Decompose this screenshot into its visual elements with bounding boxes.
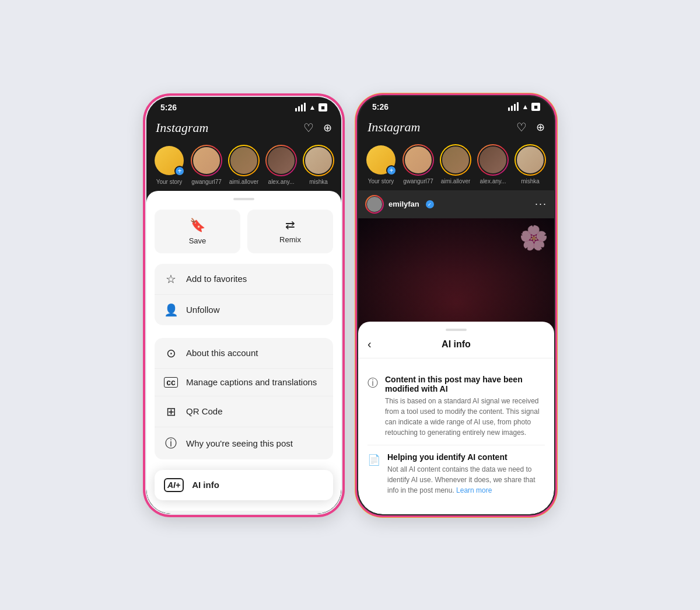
unfollow-item[interactable]: 👤 Unfollow <box>155 295 333 325</box>
post-user-right[interactable]: emilyfan <box>365 195 434 214</box>
menu-card-3: 🚫 Hide ⚠ Report <box>155 511 333 514</box>
story-right-4[interactable]: mishka <box>514 144 546 184</box>
instagram-header-right: Instagram ♡ ⊕ <box>358 115 554 140</box>
ai-panel-item-1: 📄 Helping you identify AI content Not al… <box>368 445 545 503</box>
status-time-right: 5:26 <box>372 102 388 111</box>
instagram-logo-left: Instagram <box>156 120 208 135</box>
menu-section-3: 🚫 Hide ⚠ Report <box>146 508 341 514</box>
about-account-item[interactable]: ⊙ About this account <box>155 338 333 369</box>
remix-button[interactable]: ⇄ Remix <box>247 210 333 253</box>
bottom-sheet-overlay: 🔖 Save ⇄ Remix ☆ <box>146 191 341 514</box>
story-right-label-0: Your story <box>368 178 394 184</box>
post-username-right: emilyfan <box>388 200 419 208</box>
remix-icon: ⇄ <box>285 218 295 232</box>
why-seeing-item[interactable]: ⓘ Why you're seeing this post <box>155 427 333 459</box>
qr-code-item[interactable]: ⊞ QR Code <box>155 396 333 427</box>
story-your-story[interactable]: + Your story <box>153 145 185 185</box>
header-icons-right: ♡ ⊕ <box>516 120 545 134</box>
save-label: Save <box>189 236 206 245</box>
story-right-3[interactable]: alex.any... <box>477 144 509 184</box>
add-favorites-item[interactable]: ☆ Add to favorites <box>155 264 333 295</box>
status-bar-right: 5:26 ▲ ■ <box>358 96 554 115</box>
ai-identify-icon: 📄 <box>368 454 380 496</box>
status-icons-right: ▲ ■ <box>508 102 540 111</box>
hide-item[interactable]: 🚫 Hide <box>155 511 333 514</box>
story-label-1: gwangurl77 <box>191 179 222 185</box>
sheet-handle <box>233 198 254 200</box>
post-area-right: emilyfan ··· 🌸 ‹ AI info <box>358 190 554 514</box>
learn-more-link[interactable]: Learn more <box>456 486 492 494</box>
left-phone: 5:26 ▲ ■ Instagram ♡ ⊕ <box>145 95 343 515</box>
bottom-sheet: 🔖 Save ⇄ Remix ☆ <box>146 191 341 514</box>
save-button[interactable]: 🔖 Save <box>155 210 240 253</box>
story-right-1[interactable]: gwangurl77 <box>402 144 434 184</box>
signal-icon-right <box>508 102 519 111</box>
qr-icon: ⊞ <box>164 405 178 419</box>
ai-panel-body: ⓘ Content in this post may have been mod… <box>358 358 554 503</box>
post-area-left: emilyfan ··· 🌸 🔖 <box>146 191 341 514</box>
unfollow-label: Unfollow <box>186 305 220 315</box>
menu-section-1: ☆ Add to favorites 👤 Unfollow <box>146 262 341 336</box>
ai-info-label: AI info <box>192 480 219 490</box>
about-icon: ⊙ <box>164 346 178 360</box>
instagram-logo-right: Instagram <box>368 120 420 135</box>
star-icon: ☆ <box>164 272 178 286</box>
stories-row-right: + Your story gwangurl77 aimi.allover <box>358 140 554 190</box>
info-icon: ⓘ <box>164 435 178 451</box>
ai-info-highlighted-container: AI+ AI info <box>155 470 333 503</box>
ai-identify-desc: Not all AI content contains the data we … <box>387 464 545 496</box>
heart-icon[interactable]: ♡ <box>303 121 314 135</box>
remix-label: Remix <box>279 235 301 244</box>
story-right-2[interactable]: aimi.allover <box>440 144 471 184</box>
story-label-2: aimi.allover <box>229 179 259 185</box>
ai-modified-icon: ⓘ <box>368 376 378 438</box>
post-header-right: emilyfan ··· <box>358 190 554 218</box>
story-right-label-2: aimi.allover <box>441 178 471 184</box>
status-icons-left: ▲ ■ <box>295 103 327 111</box>
manage-captions-item[interactable]: cc Manage captions and translations <box>155 369 333 396</box>
ai-modified-title: Content in this post may have been modif… <box>385 375 545 393</box>
story-right-label-1: gwangurl77 <box>403 178 433 184</box>
ai-info-icon: AI+ <box>164 478 184 492</box>
story-2[interactable]: aimi.allover <box>228 145 260 185</box>
signal-icon <box>295 103 306 111</box>
messenger-icon[interactable]: ⊕ <box>323 121 332 134</box>
flower-decoration-right: 🌸 <box>519 224 548 252</box>
ai-modified-content: Content in this post may have been modif… <box>385 375 545 438</box>
story-3[interactable]: alex.any... <box>265 145 297 185</box>
instagram-header-left: Instagram ♡ ⊕ <box>146 116 341 140</box>
status-time-left: 5:26 <box>160 103 177 112</box>
ai-info-panel: ‹ AI info ⓘ Content in this post may hav… <box>358 322 554 514</box>
ai-panel-header: ‹ AI info <box>358 337 554 358</box>
battery-icon-right: ■ <box>531 103 540 111</box>
ai-panel-title: AI info <box>368 339 545 350</box>
status-bar-left: 5:26 ▲ ■ <box>146 97 341 116</box>
ai-identify-title: Helping you identify AI content <box>387 452 545 462</box>
action-buttons-row: 🔖 Save ⇄ Remix <box>146 210 341 262</box>
wifi-icon: ▲ <box>309 103 316 111</box>
verified-badge-right <box>426 200 434 208</box>
story-right-label-4: mishka <box>521 178 540 184</box>
add-story-badge-right: + <box>386 165 397 176</box>
menu-section-2: ⊙ About this account cc Manage captions … <box>146 336 341 470</box>
right-phone: 5:26 ▲ ■ Instagram ♡ ⊕ <box>357 95 555 515</box>
captions-icon: cc <box>164 377 178 388</box>
ai-modified-desc: This is based on a standard AI signal we… <box>385 396 545 438</box>
add-story-badge: + <box>174 166 185 176</box>
stories-row-left: + Your story gwangurl77 aimi.allover <box>146 140 341 191</box>
story-right-label-3: alex.any... <box>480 178 506 184</box>
battery-icon: ■ <box>318 103 327 111</box>
save-icon: 🔖 <box>190 218 205 233</box>
ai-identify-content: Helping you identify AI content Not all … <box>387 452 545 496</box>
story-right-0[interactable]: + Your story <box>365 144 397 184</box>
unfollow-icon: 👤 <box>164 303 178 317</box>
wifi-icon-right: ▲ <box>522 103 528 111</box>
add-favorites-label: Add to favorites <box>186 274 247 284</box>
story-1[interactable]: gwangurl77 <box>191 145 222 185</box>
story-4[interactable]: mishka <box>303 145 334 185</box>
back-button[interactable]: ‹ <box>368 337 372 351</box>
messenger-icon-right[interactable]: ⊕ <box>536 121 545 134</box>
ai-info-item[interactable]: AI+ AI info <box>155 470 333 500</box>
heart-icon-right[interactable]: ♡ <box>516 120 527 134</box>
post-more-right[interactable]: ··· <box>535 198 547 210</box>
